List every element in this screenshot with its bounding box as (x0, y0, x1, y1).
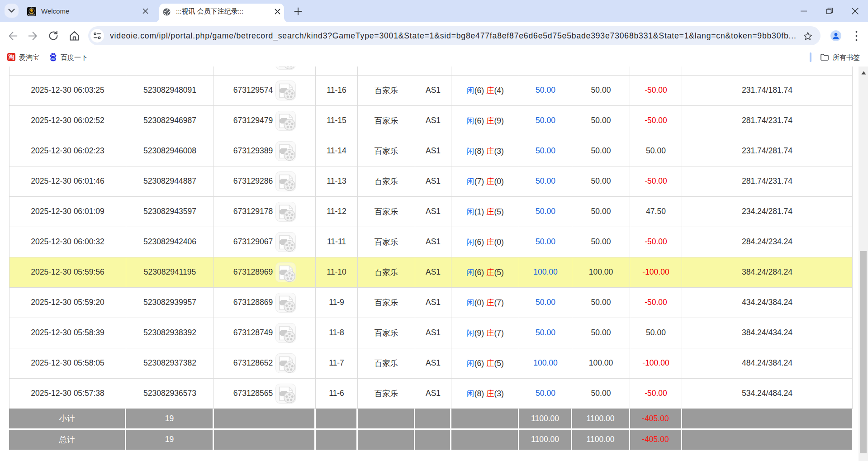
svg-text:du: du (51, 57, 55, 61)
